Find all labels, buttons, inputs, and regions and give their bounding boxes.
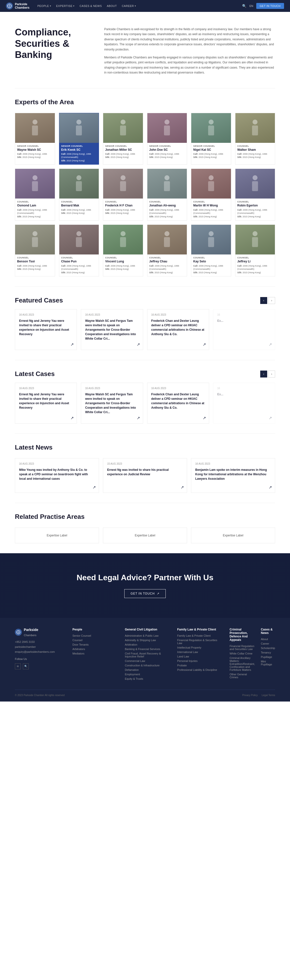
footer-link[interactable]: Professional Liability & Discipline <box>177 668 221 671</box>
footer-link[interactable]: Criminal Ancillary Matters: Extradition/… <box>229 657 255 671</box>
related-card[interactable]: Expertise Label <box>15 528 99 543</box>
footer-link[interactable]: Mediators <box>72 652 117 655</box>
footer-link[interactable]: Arbitration <box>125 643 169 646</box>
news-card[interactable]: 15 AUG 2023 Ernest Ng was invited to sha… <box>103 458 187 493</box>
expert-card[interactable]: Counsel Chase Pun Call: 2006 (Hong Kong)… <box>59 224 99 277</box>
language-selector[interactable]: EN <box>249 5 253 8</box>
footer-link[interactable]: White Collar Crime <box>229 652 255 655</box>
expert-call: Call: 2006 (Hong Kong), 1996 (Commonweal… <box>61 153 97 159</box>
expert-card[interactable]: Senior Counsel John Doe SC Call: 2006 (H… <box>147 113 187 165</box>
footer-col-heading: Family Law & Private Client <box>177 628 221 631</box>
expert-card[interactable]: Senior Counsel Nigel Kat SC Call: 2006 (… <box>191 113 231 165</box>
footer-link[interactable]: Commercial Law <box>125 659 169 662</box>
expert-role: Counsel <box>193 200 229 203</box>
footer-link[interactable]: Career <box>261 642 275 645</box>
case-card[interactable]: 16 Ex... ↗ <box>213 383 275 423</box>
case-card[interactable]: 16 AUG 2023 Frederick Chan and Dexter Le… <box>147 383 209 423</box>
latest-cases-prev-button[interactable]: ‹ <box>260 371 267 377</box>
footer-link[interactable]: Personal Injuries <box>177 659 221 662</box>
privacy-policy-link[interactable]: Privacy Policy <box>242 694 258 697</box>
nav-about[interactable]: About <box>107 5 117 8</box>
expert-card[interactable]: Counsel Vincent Lung Call: 2006 (Hong Ko… <box>103 224 143 277</box>
case-card[interactable]: 16 AUG 2023 Wayne Walsh SC and Fergus Ta… <box>81 383 143 423</box>
related-card[interactable]: Expertise Label <box>191 528 275 543</box>
nav-logo[interactable]: Parkside Chambers <box>6 3 29 10</box>
related-areas-title: Related Practise Areas <box>15 513 275 520</box>
footer-link[interactable]: Banking & Financial Services <box>125 648 169 651</box>
nav-people[interactable]: People ▾ <box>37 5 51 8</box>
footer-link[interactable]: Other General Crimes <box>229 673 255 679</box>
expert-card[interactable]: Counsel Jeffrey Chau Call: 2006 (Hong Ko… <box>147 224 187 277</box>
cases-prev-button[interactable]: ‹ <box>260 297 267 304</box>
footer-link[interactable]: Land Law <box>177 655 221 658</box>
footer-link[interactable]: Intellectual Property <box>177 646 221 649</box>
footer-link[interactable]: Defamation <box>125 668 169 671</box>
expert-card[interactable]: Senior Counsel Wayne Walsh SC Call: 2006… <box>15 113 55 165</box>
expert-name: Vincent Lung <box>105 260 141 263</box>
footer-link[interactable]: Door Tenants <box>72 643 117 646</box>
expert-card[interactable]: Counsel Benson Tsoi Call: 2006 (Hong Kon… <box>15 224 55 277</box>
footer-link[interactable]: Mini Pupillage <box>261 660 275 666</box>
expert-card[interactable]: Senior Counsel Erik Kwok SC Call: 2006 (… <box>59 113 99 165</box>
expert-card[interactable]: Counsel Robin Egerton Call: 2006 (Hong K… <box>235 169 276 221</box>
case-date: 16 <box>217 387 271 390</box>
nav-cases-news[interactable]: Cases & News <box>80 5 102 8</box>
expert-card[interactable]: Senior Counsel Jonathan Miller SC Call: … <box>103 113 143 165</box>
case-title: Wayne Walsh SC and Fergus Tam were invit… <box>85 318 139 341</box>
cases-next-button[interactable]: › <box>268 297 275 304</box>
svg-point-33 <box>165 231 170 236</box>
expert-silk: Silk: 2015 (Hong Kong) <box>105 156 141 159</box>
expert-call: Call: 2006 (Hong Kong), 1996 (Commonweal… <box>61 264 97 271</box>
footer-link[interactable]: Civil Fraud, Asset Recovery & Injunctive… <box>125 652 169 658</box>
footer-link[interactable]: Senior Counsel <box>72 634 117 637</box>
latest-cases-next-button[interactable]: › <box>268 371 275 377</box>
footer-link[interactable]: Financial Regulation & Securities Law <box>177 639 221 644</box>
case-card[interactable]: 16 AUG 2023 Ernest Ng and Jeremy Yau wer… <box>15 309 77 350</box>
photo-placeholder <box>236 225 275 255</box>
nav-cta-button[interactable]: GET IN TOUCH <box>256 3 284 9</box>
arrow-icon: ↗ <box>157 592 160 595</box>
nav-career[interactable]: Career ▾ <box>122 5 136 8</box>
expert-card[interactable]: Counsel Kay Seto Call: 2006 (Hong Kong),… <box>191 224 231 277</box>
footer-link[interactable]: Admiralty & Shipping Law <box>125 639 169 642</box>
related-areas-grid: Expertise LabelExpertise LabelExpertise … <box>15 528 275 543</box>
expert-card[interactable]: Counsel Walker Sham Call: 2006 (Hong Kon… <box>235 113 276 165</box>
expert-card[interactable]: Counsel Jeffrey Li Call: 2006 (Hong Kong… <box>235 224 276 277</box>
case-card[interactable]: 16 Ex... ↗ <box>213 309 275 350</box>
footer-link[interactable]: Counsel <box>72 639 117 642</box>
footer-link[interactable]: Probate <box>177 664 221 667</box>
expert-info: Counsel Vincent Lung Call: 2006 (Hong Ko… <box>103 255 143 273</box>
footer-link[interactable]: Family Law & Private Client <box>177 634 221 637</box>
footer-contact: +852 2845 3150 parksidechamber enquiry@p… <box>15 640 64 654</box>
related-card[interactable]: Expertise Label <box>103 528 187 543</box>
expert-card[interactable]: Counsel Jonathan Ah-weng Call: 2006 (Hon… <box>147 169 187 221</box>
footer-link[interactable]: Scholarship <box>261 647 275 649</box>
legal-terms-link[interactable]: Legal Terms <box>262 694 275 697</box>
news-card[interactable]: 16 AUG 2023 Mike Yeung was invited by An… <box>15 458 99 493</box>
case-card[interactable]: 16 AUG 2023 Wayne Walsh SC and Fergus Ta… <box>81 309 143 350</box>
cta-button[interactable]: GET IN TOUCH ↗ <box>124 589 165 598</box>
search-icon[interactable]: 🔍 <box>23 663 29 669</box>
footer-link[interactable]: Administrative & Public Law <box>125 634 169 637</box>
case-card[interactable]: 16 AUG 2023 Ernest Ng and Jeremy Yau wer… <box>15 383 77 423</box>
expert-detail: Call: 2006 (Hong Kong), 1996 Silk: 2015 … <box>105 208 141 215</box>
news-card[interactable]: 16 AUG 2023 Benjamin Lam spoke on interi… <box>191 458 275 493</box>
hero-text-1: Parkside Chambers is well-recognised for… <box>104 27 275 52</box>
footer-link[interactable]: Tenancy <box>261 651 275 654</box>
expert-card[interactable]: Counsel Bernard Mak Call: 2006 (Hong Kon… <box>59 169 99 221</box>
expert-card[interactable]: Counsel Martin W H Wong Call: 2006 (Hong… <box>191 169 231 221</box>
footer-link[interactable]: Construction & Infrastructure <box>125 664 169 667</box>
footer-link[interactable]: About <box>261 638 275 641</box>
expert-card[interactable]: Counsel Osmond Lam Call: 2006 (Hong Kong… <box>15 169 55 221</box>
linkedin-icon[interactable]: in <box>15 663 21 669</box>
case-card[interactable]: 16 AUG 2023 Frederick Chan and Dexter Le… <box>147 309 209 350</box>
footer-link[interactable]: Pupillage <box>261 655 275 659</box>
footer-link[interactable]: Arbitrators <box>72 648 117 651</box>
footer-link[interactable]: International Law <box>177 651 221 654</box>
search-icon[interactable]: 🔍 <box>242 4 246 8</box>
footer-link[interactable]: Financial Regulation and Securities Law <box>229 644 255 651</box>
nav-expertise[interactable]: Expertise ▾ <box>56 5 75 8</box>
expert-card[interactable]: Counsel Frederick H F Chan Call: 2006 (H… <box>103 169 143 221</box>
footer-link[interactable]: Employment <box>125 673 169 676</box>
footer-link[interactable]: Equity & Trusts <box>125 677 169 680</box>
